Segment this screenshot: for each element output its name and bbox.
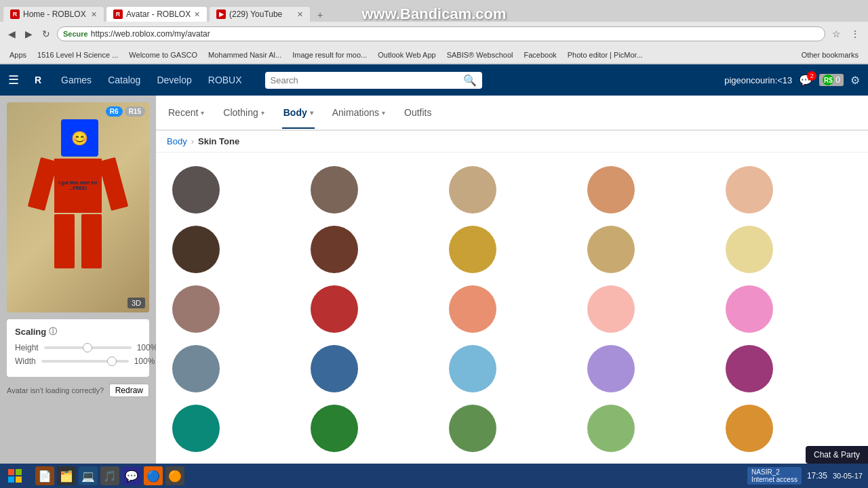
settings-icon[interactable]: ⚙ [850, 74, 860, 87]
search-input[interactable] [271, 75, 463, 85]
redraw-section: Avatar isn't loading correctly? Redraw [7, 384, 149, 397]
skin-tone-5[interactable] [172, 226, 220, 273]
skin-tone-21[interactable] [311, 405, 358, 452]
skin-tone-11[interactable] [311, 285, 358, 333]
windows-logo [8, 469, 22, 483]
skin-tone-14[interactable] [726, 285, 773, 333]
left-panel: R6 R15 😊 I got this shirt for ...FREE! [0, 96, 156, 488]
skin-tone-23[interactable] [587, 405, 635, 452]
height-label: Height [15, 343, 39, 352]
skin-tone-10[interactable] [172, 285, 220, 333]
bookmark-facebook[interactable]: Facebook [519, 50, 560, 60]
tab-outfits[interactable]: Outfits [403, 98, 433, 129]
taskbar-app-file[interactable]: 🗂️ [57, 466, 76, 485]
tab-home-close[interactable]: ✕ [91, 10, 97, 19]
skin-tone-22[interactable] [449, 405, 496, 452]
scaling-title: Scaling ⓘ [15, 326, 141, 338]
roblox-logo[interactable]: R [27, 69, 49, 91]
skin-tone-1[interactable] [311, 166, 358, 214]
bookmark-outlook[interactable]: Outlook Web App [374, 50, 439, 60]
nav-games[interactable]: Games [54, 72, 98, 88]
skin-tone-4[interactable] [726, 166, 773, 214]
category-tabs: Recent ▾ Clothing ▾ Body ▾ Animations ▾ … [156, 96, 868, 131]
svg-text:R: R [35, 75, 41, 85]
roblox-logo-svg: R [31, 73, 45, 87]
tab-avatar-close[interactable]: ✕ [194, 10, 200, 19]
bookmark-star[interactable]: ☆ [829, 27, 844, 41]
bookmark-picmor[interactable]: Photo editor | PicMor... [564, 50, 647, 60]
bookmark-sabis[interactable]: SABIS® Webschool [443, 50, 517, 60]
view-3d-button[interactable]: 3D [127, 298, 145, 308]
chat-label: Chat & Party [814, 450, 860, 460]
width-slider[interactable] [41, 360, 129, 363]
taskbar-app-roblox[interactable]: 🟠 [165, 466, 184, 485]
robux-badge[interactable]: R$ 0 [819, 74, 844, 86]
tab-youtube[interactable]: ▶ (229) YouTube ✕ [209, 6, 311, 22]
forward-button[interactable]: ▶ [22, 27, 35, 41]
avatar-right-leg [81, 214, 102, 268]
main-content: R6 R15 😊 I got this shirt for ...FREE! [0, 96, 868, 488]
redraw-button[interactable]: Redraw [109, 384, 149, 397]
scaling-info-icon[interactable]: ⓘ [49, 326, 57, 338]
svg-rect-4 [8, 476, 14, 483]
skin-tone-20[interactable] [172, 405, 220, 452]
skin-tone-7[interactable] [449, 226, 496, 273]
skin-tone-9[interactable] [726, 226, 773, 273]
tab-clothing-arrow: ▾ [261, 109, 264, 117]
taskbar-app-discord[interactable]: 💬 [122, 466, 141, 485]
skin-tone-3[interactable] [587, 166, 635, 214]
skin-tone-15[interactable] [172, 345, 220, 392]
bookmark-other[interactable]: Other bookmarks [797, 50, 863, 60]
bookmark-science[interactable]: 1516 Level H Science ... [33, 50, 122, 60]
back-button[interactable]: ◀ [5, 27, 18, 41]
chat-party-button[interactable]: Chat & Party [806, 446, 868, 464]
taskbar-date: 30-05-17 [833, 472, 863, 480]
nav-develop[interactable]: Develop [150, 72, 198, 88]
tab-avatar[interactable]: R Avatar - ROBLOX ✕ [106, 6, 208, 22]
nav-robux[interactable]: ROBUX [201, 72, 249, 88]
tab-favicon-avatar: R [113, 9, 123, 19]
skin-tone-2[interactable] [449, 166, 496, 214]
skin-tone-18[interactable] [587, 345, 635, 392]
hamburger-icon[interactable]: ☰ [8, 73, 19, 87]
tab-recent[interactable]: Recent ▾ [167, 98, 205, 129]
skin-tone-16[interactable] [311, 345, 358, 392]
refresh-button[interactable]: ↻ [39, 27, 53, 41]
taskbar-app-word[interactable]: 📄 [35, 466, 54, 485]
taskbar-app-vlc[interactable]: 🎵 [100, 466, 119, 485]
skin-tone-12[interactable] [449, 285, 496, 333]
messages-icon[interactable]: 💬 2 [799, 74, 812, 87]
bookmark-gasco[interactable]: Welcome to GASCO [125, 50, 201, 60]
tab-youtube-label: (229) YouTube [229, 9, 282, 19]
skin-tone-19[interactable] [726, 345, 773, 392]
tab-home[interactable]: R Home - ROBLOX ✕ [3, 6, 104, 22]
address-input[interactable]: Secure https://web.roblox.com/my/avatar [57, 26, 825, 41]
scaling-label: Scaling [15, 327, 46, 337]
skin-tone-6[interactable] [311, 226, 358, 273]
taskbar-apps: 📄 🗂️ 💻 🎵 💬 🔵 🟠 [30, 466, 190, 485]
tab-youtube-close[interactable]: ✕ [297, 10, 303, 19]
skin-tone-8[interactable] [587, 226, 635, 273]
bookmark-moo[interactable]: Image result for moo... [288, 50, 371, 60]
skin-tone-13[interactable] [587, 285, 635, 333]
skin-tone-17[interactable] [449, 345, 496, 392]
taskbar-start[interactable] [0, 464, 30, 488]
breadcrumb-parent[interactable]: Body [167, 136, 187, 146]
bookmark-nasir[interactable]: Mohammed Nasir Al... [204, 50, 285, 60]
height-slider[interactable] [44, 346, 132, 349]
username-label[interactable]: pigeoncourin:<13 [724, 75, 792, 85]
search-bar[interactable]: 🔍 [265, 72, 482, 89]
taskbar-app-chrome[interactable]: 🔵 [144, 466, 163, 485]
search-icon[interactable]: 🔍 [463, 74, 477, 87]
tab-animations[interactable]: Animations ▾ [331, 98, 387, 129]
nav-catalog[interactable]: Catalog [101, 72, 147, 88]
network-name: NASIR_2 [751, 468, 797, 476]
taskbar-app-mb[interactable]: 💻 [79, 466, 98, 485]
extensions-button[interactable]: ⋮ [848, 27, 863, 41]
tab-add-button[interactable]: + [312, 8, 328, 22]
skin-tone-0[interactable] [172, 166, 220, 214]
tab-clothing[interactable]: Clothing ▾ [222, 98, 265, 129]
tab-body[interactable]: Body ▾ [282, 98, 315, 129]
bookmark-apps[interactable]: Apps [5, 50, 31, 60]
skin-tone-24[interactable] [726, 405, 773, 452]
